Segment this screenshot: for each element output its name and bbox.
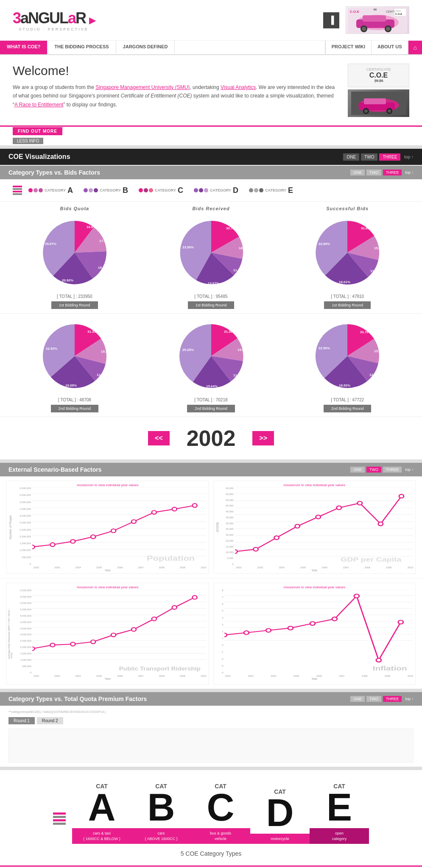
svg-text:31.33%: 31.33% [87,330,99,334]
external-section-title: External Scenario-Based Factors [8,466,101,473]
chart-note-gdp: mouseover to view individual year values [216,483,414,487]
svg-point-127 [266,629,271,632]
quota-tab-three[interactable]: THREE [383,696,402,702]
ext-tab-one[interactable]: ONE [350,467,365,473]
ext-tab-two[interactable]: TWO [366,467,381,473]
race-link[interactable]: A Race to Entitlement [14,102,63,108]
svg-point-68 [131,520,136,523]
svg-text:13.67%: 13.67% [208,281,219,285]
svg-point-125 [224,633,227,637]
quota-tab-one[interactable]: ONE [350,696,365,702]
svg-text:16.61%: 16.61% [87,225,98,229]
section-gap-3 [0,689,422,692]
x-label-pop: Year [9,569,207,572]
pie-chart-svg-3: 31.81% 15.07% 11.22% 19.01% 22.89% [309,214,386,291]
svg-text:23.58%: 23.58% [182,245,194,249]
svg-point-65 [70,540,75,543]
svg-text:19.09%: 19.09% [65,384,77,387]
checkered-flags: 🏁🏁 [352,79,405,83]
svg-text:C.O.E: C.O.E [350,10,359,14]
logo-number: 3 [13,9,20,27]
nav-item-bidding[interactable]: The Bidding Process [48,41,116,54]
tab-three[interactable]: THREE [379,153,400,161]
quota-top-link[interactable]: top ↑ [405,697,414,701]
pie-chart-svg-5: 31.30% 15.87% 11.94% 15.64% 25.25% [173,318,249,394]
svg-point-111 [131,628,136,632]
ext-tab-three[interactable]: THREE [383,467,402,473]
y-label-pop: Number of People [9,515,12,539]
play-icon: ▶ [89,16,95,25]
svg-point-108 [70,642,75,646]
svg-text:15.12%: 15.12% [101,350,112,353]
y-label-gdp: (SGD$) [216,522,219,532]
nav-item-jargons[interactable]: Jargons Defined [116,41,175,54]
nav-about-us[interactable]: About Us [371,41,408,54]
less-info-button[interactable]: LESS INFO [13,138,43,144]
charts-row-2: mouseover to view individual year values… [0,578,422,689]
nav-item-what[interactable]: What is COE? [0,41,48,54]
svg-point-7 [386,27,390,31]
pie-bids-quota-r1: Bids Quota 16.61% 17.36% 19.54% 20.92% 2… [8,206,141,309]
section-gap-2 [0,459,422,463]
quota-tabs: ONE TWO THREE top ↑ [350,696,414,702]
round-2-tab[interactable]: Round 2 [37,717,63,724]
cat-tab-two[interactable]: TWO [366,170,381,175]
top-link[interactable]: top ↑ [404,155,414,159]
logo-ar: a [68,9,75,27]
pie-successful-r2: 31.76% 15.15% 12.00% 18.52% 22.56% [ TOT… [281,318,414,412]
cat-tab-three[interactable]: THREE [383,170,402,175]
svg-text:Inflation: Inflation [372,665,407,672]
nav-home[interactable]: ⌂ [408,41,422,54]
svg-point-71 [193,504,197,507]
prev-year-btn[interactable]: << [148,431,170,445]
cat-types-bottom: CAT A cars & taxi( 1600CC & BELOW ) CAT … [0,770,422,865]
svg-text:15.07%: 15.07% [374,246,386,250]
ext-top-link[interactable]: top ↑ [405,467,414,472]
coe-viz-header: COE Visualizations ONE TWO THREE top ↑ [0,149,422,165]
x-axis-gdp: 200220032004 200520062007 200820092010 [216,565,414,569]
round-1-tab[interactable]: Round 1 [8,717,35,724]
tab-two[interactable]: TWO [361,153,377,161]
tab-one[interactable]: ONE [343,153,359,161]
svg-point-110 [111,633,116,637]
pie-chart-svg-6: 31.76% 15.15% 12.00% 18.52% 22.56% [309,318,386,394]
cat-b: CATEGORY B [84,186,128,195]
logo-text: aNGUL [20,9,68,27]
quota-section-title: Category Types vs. Total Quota Premium F… [8,696,147,702]
svg-point-92 [399,494,403,498]
svg-text:19.54%: 19.54% [98,266,109,270]
welcome-image: CERTIFICATE C.O.E 🏁🏁 [348,64,409,117]
svg-point-86 [274,536,279,540]
round-btn-4[interactable]: 2nd Bidding Round [51,405,99,412]
round-btn-1[interactable]: 1st Bidding Round [51,301,98,309]
round-btn-3[interactable]: 1st Bidding Round [324,301,371,309]
svg-point-87 [295,524,299,528]
cat-tab-one[interactable]: ONE [350,170,365,175]
svg-text:15.15%: 15.15% [374,349,386,353]
round-btn-5[interactable]: 2nd Bidding Round [187,405,235,412]
svg-text:31.76%: 31.76% [360,330,372,334]
pie-charts-row1: Bids Quota 16.61% 17.36% 19.54% 20.92% 2… [0,201,422,313]
nav-project-wiki[interactable]: Project Wiki [325,41,371,54]
svg-text:11.94%: 11.94% [233,373,245,377]
smu-link[interactable]: Singapore Management University (SMU) [95,84,190,90]
cat-col-e: CAT E opencategory [310,783,369,844]
transport-chart: mouseover to view individual year values… [6,583,209,684]
next-year-btn[interactable]: >> [252,431,274,445]
round-btn-6[interactable]: 2nd Bidding Round [324,405,372,412]
svg-text:CERT: CERT [395,10,401,12]
cat-e-tag: opencategory [310,828,369,844]
x-axis-transport: 200220032004 200520062007 200820092010 [9,674,207,677]
pie-charts-row2: 31.33% 15.12% 11.94% 19.09% 22.52% [ TOT… [0,313,422,417]
cat-top-link[interactable]: top ↑ [405,170,414,175]
gdp-chart: mouseover to view individual year values… [213,481,416,574]
svg-text:31.30%: 31.30% [224,330,235,334]
pie-bids-received-r2: 31.30% 15.87% 11.94% 15.64% 25.25% [ TOT… [145,318,277,412]
quota-tab-two[interactable]: TWO [366,696,381,702]
year-navigation: << 2002 >> [0,417,422,459]
cat-e: CATEGORY E [249,186,293,195]
round-btn-2[interactable]: 1st Bidding Round [188,301,235,309]
pie-bids-quota-r2: 31.33% 15.12% 11.94% 19.09% 22.52% [ TOT… [8,318,141,412]
welcome-section: Welcome! We are a group of students from… [0,55,422,125]
va-link[interactable]: Visual Analytics [221,84,256,90]
